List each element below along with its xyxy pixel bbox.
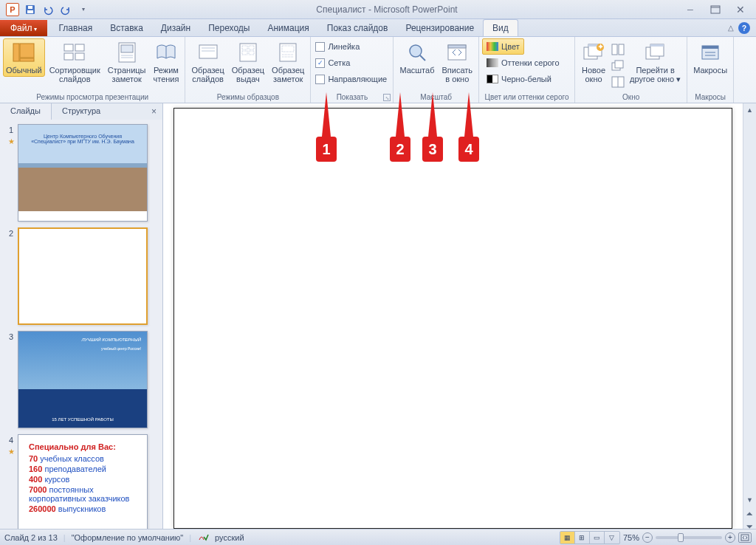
checkbox-checked-icon: ✓ [315, 58, 325, 68]
vertical-scrollbar[interactable]: ▲ ▼ ⏶ ⏷ [743, 103, 756, 533]
grayscale-button[interactable]: Оттенки серого [482, 55, 563, 71]
group-presentation-views: Обычный Сортировщикслайдов Страницызамет… [0, 37, 185, 103]
tab-home[interactable]: Главная [50, 20, 102, 36]
slide-sorter-button[interactable]: Сортировщикслайдов [47, 38, 103, 86]
reading-view-icon [154, 41, 178, 64]
ruler-checkbox[interactable]: Линейка [314, 38, 361, 55]
slideshow-view-icon[interactable]: ▽ [605, 532, 619, 544]
macros-button[interactable]: Макросы [690, 38, 730, 77]
slide-thumbnail-2[interactable]: 2 [4, 227, 158, 325]
zoom-slider-thumb[interactable] [678, 533, 684, 542]
help-icon[interactable]: ? [738, 22, 750, 34]
zoom-percent[interactable]: 75% [623, 533, 639, 542]
annotation-3: 3 [422, 137, 443, 162]
annotation-2: 2 [390, 137, 410, 162]
notes-page-button[interactable]: Страницызаметок [105, 38, 149, 86]
zoom-out-button[interactable]: − [642, 532, 653, 543]
normal-view-label: Обычный [6, 66, 42, 75]
checkbox-unchecked-icon [315, 75, 325, 84]
group-master-views: Образецслайдов Образецвыдач Образецзамет… [185, 37, 311, 103]
zoom-slider[interactable] [656, 536, 722, 539]
group-label: Режимы просмотра презентации [3, 91, 182, 103]
svg-rect-5 [13, 44, 19, 61]
slide-master-button[interactable]: Образецслайдов [188, 38, 227, 86]
normal-view-icon[interactable]: ▦ [560, 532, 575, 544]
slide-sorter-icon [63, 41, 86, 64]
handout-master-icon [236, 41, 260, 64]
guides-checkbox[interactable]: Направляющие [314, 71, 388, 87]
gridlines-checkbox[interactable]: ✓Сетка [314, 55, 351, 71]
maximize-button[interactable] [707, 4, 724, 16]
move-split-icon [612, 77, 624, 87]
spellcheck-icon[interactable] [197, 532, 209, 544]
annotation-1: 1 [316, 137, 337, 162]
svg-rect-46 [650, 44, 664, 47]
minimize-ribbon-icon[interactable]: △ [728, 24, 734, 32]
slide-edit-area[interactable] [163, 103, 743, 533]
svg-point-29 [410, 45, 422, 57]
tab-slideshow[interactable]: Показ слайдов [318, 20, 397, 36]
tab-animations[interactable]: Анимация [258, 20, 317, 36]
close-panel-icon[interactable]: × [145, 103, 162, 120]
scroll-up-icon[interactable]: ▲ [743, 103, 756, 117]
fit-to-window-button[interactable]: Вписатьв окно [439, 38, 475, 86]
group-macros: Макросы Макросы [687, 37, 734, 103]
zoom-in-button[interactable]: + [725, 532, 735, 543]
notes-master-icon [276, 41, 300, 64]
switch-windows-icon [644, 41, 667, 64]
slides-tab[interactable]: Слайды [0, 103, 52, 120]
switch-windows-button[interactable]: Перейти вдругое окно ▾ [627, 38, 684, 86]
tab-view[interactable]: Вид [483, 19, 518, 36]
move-split-button[interactable] [611, 74, 625, 90]
normal-view-button[interactable]: Обычный [3, 38, 45, 77]
tab-insert[interactable]: Вставка [101, 20, 152, 36]
redo-button[interactable] [58, 2, 74, 17]
new-window-button[interactable]: ✦ Новоеокно [578, 38, 609, 86]
close-button[interactable]: ✕ [732, 4, 749, 16]
zoom-button[interactable]: Масштаб [396, 38, 437, 77]
show-dialog-launcher[interactable]: ⤡ [383, 94, 391, 101]
fit-zoom-button[interactable] [738, 532, 752, 543]
tab-transitions[interactable]: Переходы [199, 20, 258, 36]
notes-master-button[interactable]: Образецзаметок [269, 38, 307, 86]
slide-counter: Слайд 2 из 13 [4, 533, 58, 542]
slide-thumbnail-1[interactable]: 1★ Центр Компьютерного Обучения «Специал… [4, 124, 158, 222]
handout-master-button[interactable]: Образецвыдач [229, 38, 267, 86]
color-button[interactable]: Цвет [482, 38, 524, 55]
reading-view-button[interactable]: Режимчтения [151, 38, 182, 86]
slides-list[interactable]: 1★ Центр Компьютерного Обучения «Специал… [0, 120, 162, 533]
svg-rect-11 [75, 53, 84, 60]
svg-rect-10 [64, 53, 73, 60]
language-indicator[interactable]: русский [215, 533, 244, 542]
reading-view-icon[interactable]: ▭ [590, 532, 605, 544]
group-color-grayscale: Цвет Оттенки серого Черно-белый Цвет или… [479, 37, 575, 103]
prev-slide-icon[interactable]: ⏶ [743, 507, 756, 520]
sorter-view-icon[interactable]: ⊞ [575, 532, 590, 544]
qat-customize[interactable]: ▾ [75, 2, 92, 17]
save-button[interactable] [22, 2, 38, 17]
arrange-all-icon [612, 44, 624, 55]
window-title: Специалист - Microsoft PowerPoint [92, 4, 682, 15]
svg-rect-38 [612, 44, 617, 55]
tab-file[interactable]: Файл [0, 20, 47, 36]
black-white-button[interactable]: Черно-белый [482, 71, 556, 87]
arrange-all-button[interactable] [611, 41, 625, 58]
outline-tab[interactable]: Структура [52, 103, 111, 120]
theme-name: "Оформление по умолчанию" [72, 533, 184, 542]
slide-thumbnail-3[interactable]: 3 ЛУЧШИЙ КОМПЬЮТЕРНЫЙ учебный центр Росс… [4, 331, 158, 428]
svg-rect-13 [121, 45, 133, 52]
cascade-button[interactable] [611, 58, 625, 74]
svg-rect-51 [741, 535, 749, 541]
undo-button[interactable] [40, 2, 56, 17]
tab-review[interactable]: Рецензирование [396, 20, 483, 36]
view-buttons: ▦ ⊞ ▭ ▽ [560, 531, 620, 544]
svg-rect-39 [619, 44, 624, 55]
scroll-track[interactable] [743, 117, 756, 493]
slide-thumbnail-4[interactable]: 4★ Специально для Вас: 70 учебных классо… [4, 434, 158, 532]
minimize-button[interactable]: ─ [682, 4, 698, 16]
scroll-down-icon[interactable]: ▼ [743, 493, 756, 507]
bw-icon [487, 75, 498, 83]
slide-canvas[interactable] [173, 108, 732, 529]
app-icon[interactable]: P [4, 2, 21, 17]
tab-design[interactable]: Дизайн [152, 20, 199, 36]
